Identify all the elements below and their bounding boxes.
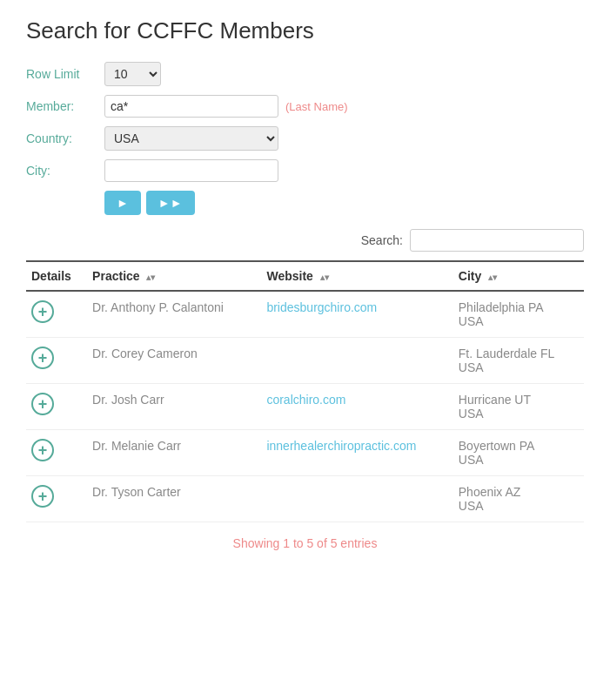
col-header-details: Details [26, 261, 87, 291]
detail-icon[interactable]: + [31, 347, 54, 369]
search-form: Row Limit 10 25 50 100 Member: (Last Nam… [26, 62, 584, 215]
country-label: Country: [26, 131, 104, 145]
detail-icon[interactable]: + [31, 300, 54, 323]
member-row: Member: (Last Name) [26, 95, 584, 118]
table-row: +Dr. Tyson CarterPhoenix AZ USA [26, 476, 584, 522]
practice-name: Dr. Corey Cameron [92, 347, 198, 360]
city-text: Phoenix AZ USA [459, 485, 521, 513]
go-button[interactable]: ► [104, 191, 141, 215]
footer-showing: Showing 1 to 5 of 5 entries [26, 536, 584, 550]
practice-name: Dr. Josh Carr [92, 393, 164, 407]
sort-arrows-practice: ▴▾ [146, 273, 155, 282]
website-link[interactable]: coralchiro.com [266, 393, 345, 407]
sort-arrows-city: ▴▾ [488, 273, 497, 282]
table-row: +Dr. Corey CameronFt. Lauderdale FL USA [26, 338, 584, 384]
table-search-row: Search: [26, 229, 584, 252]
table-row: +Dr. Anthony P. Calantonibridesburgchiro… [26, 291, 584, 338]
country-row: Country: USA Canada Other [26, 126, 584, 151]
col-header-practice[interactable]: Practice ▴▾ [87, 261, 261, 291]
practice-name: Dr. Melanie Carr [92, 439, 181, 453]
table-header: Details Practice ▴▾ Website ▴▾ City ▴▾ [26, 261, 584, 291]
page-title: Search for CCFFC Members [26, 17, 584, 44]
table-row: +Dr. Melanie Carrinnerhealerchiropractic… [26, 430, 584, 476]
table-search-input[interactable] [410, 229, 584, 252]
row-limit-row: Row Limit 10 25 50 100 [26, 62, 584, 86]
member-label: Member: [26, 99, 104, 113]
detail-icon[interactable]: + [31, 393, 54, 415]
city-text: Ft. Lauderdale FL USA [459, 347, 555, 374]
col-header-website[interactable]: Website ▴▾ [261, 261, 452, 291]
detail-icon[interactable]: + [31, 485, 54, 508]
practice-name: Dr. Anthony P. Calantoni [92, 300, 224, 314]
city-input[interactable] [104, 159, 278, 182]
results-table: Details Practice ▴▾ Website ▴▾ City ▴▾ +… [26, 260, 584, 522]
website-link[interactable]: bridesburgchiro.com [266, 300, 377, 314]
country-select[interactable]: USA Canada Other [104, 126, 278, 151]
last-name-hint: (Last Name) [285, 100, 348, 113]
sort-arrows-website: ▴▾ [320, 273, 329, 282]
city-row: City: [26, 159, 584, 182]
row-limit-select[interactable]: 10 25 50 100 [104, 62, 161, 86]
search-label: Search: [361, 233, 403, 247]
col-header-city[interactable]: City ▴▾ [453, 261, 584, 291]
table-row: +Dr. Josh Carrcoralchiro.comHurricane UT… [26, 384, 584, 430]
city-text: Hurricane UT USA [459, 393, 531, 421]
practice-name: Dr. Tyson Carter [92, 485, 181, 499]
button-row: ► ►► [104, 191, 584, 215]
website-link[interactable]: innerhealerchiropractic.com [266, 439, 416, 453]
row-limit-label: Row Limit [26, 67, 104, 81]
detail-icon[interactable]: + [31, 439, 54, 461]
go-all-button[interactable]: ►► [146, 191, 195, 215]
table-body: +Dr. Anthony P. Calantonibridesburgchiro… [26, 291, 584, 522]
city-text: Philadelphia PA USA [459, 300, 544, 328]
city-label: City: [26, 164, 104, 178]
city-text: Boyertown PA USA [459, 439, 535, 467]
member-input[interactable] [104, 95, 278, 118]
